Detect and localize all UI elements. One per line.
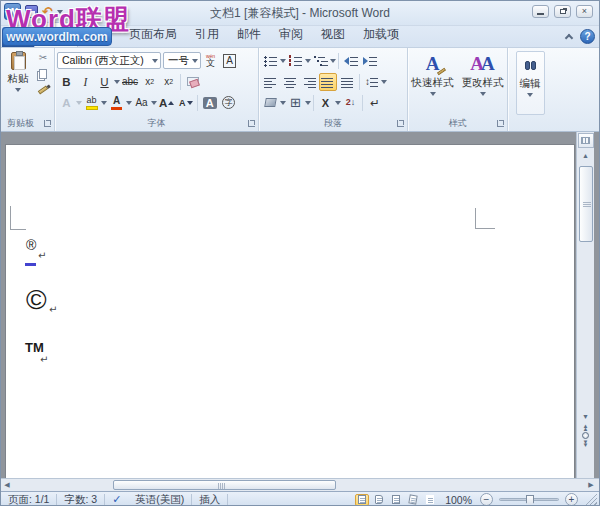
styles-group-label: 样式 [410,116,505,131]
font-color-caret-icon[interactable] [126,101,132,105]
zoom-slider-track[interactable] [499,498,559,501]
close-button[interactable]: × [576,5,593,18]
scroll-down-arrow[interactable]: ▼ [577,410,594,423]
zoom-in-button[interactable]: + [565,493,578,506]
shading-button[interactable] [262,94,279,112]
strikethrough-button[interactable]: abc [121,73,139,91]
tab-view[interactable]: 视图 [312,23,354,47]
page-indicator[interactable]: 页面: 1/1 [1,492,56,506]
subscript-button[interactable]: x2 [141,73,158,91]
previous-page-button[interactable]: ▲▲ [583,425,589,430]
line-spacing-caret-icon[interactable] [381,80,387,84]
help-button[interactable]: ? [580,29,595,44]
vertical-scroll-thumb[interactable] [579,166,593,242]
align-left-button[interactable] [262,73,279,91]
asian-layout-caret-icon[interactable] [335,101,341,105]
zoom-level[interactable]: 100% [440,494,477,506]
borders-caret-icon[interactable] [305,101,311,105]
superscript-button[interactable]: x2 [160,73,177,91]
font-size-combo[interactable]: 一号 [163,52,201,69]
align-right-button[interactable] [300,73,317,91]
enclose-characters-button[interactable]: 字 [220,94,237,112]
text-effects-caret-icon[interactable] [76,101,82,105]
italic-button[interactable]: I [77,73,94,91]
select-browse-object-button[interactable] [582,432,589,439]
phonetic-guide-button[interactable]: wén文 [202,52,219,70]
shrink-font-button[interactable]: A [177,94,194,112]
quick-styles-button[interactable]: A 快速样式 [409,51,457,115]
character-border-button[interactable]: A [221,52,238,70]
borders-button[interactable]: ⊞ [287,94,304,112]
text-effects-button[interactable]: A [58,94,75,112]
highlight-caret-icon[interactable] [101,101,107,105]
font-dialog-launcher[interactable] [248,120,255,127]
font-name-combo[interactable]: Calibri (西文正文) [57,52,161,69]
document-page[interactable] [6,145,574,478]
multilevel-list-button[interactable] [312,52,329,70]
scroll-right-arrow[interactable]: ▶ [585,479,597,491]
underline-button[interactable]: U [96,73,113,91]
change-styles-button[interactable]: AA 更改样式 [459,51,507,115]
restore-button[interactable] [554,5,571,18]
paragraph-dialog-launcher[interactable] [397,120,404,127]
distribute-button[interactable] [339,73,356,91]
horizontal-scroll-thumb[interactable] [113,480,336,490]
view-draft-button[interactable] [423,494,437,506]
format-painter-button[interactable] [35,82,51,97]
change-case-caret-icon[interactable] [151,101,157,105]
tab-references[interactable]: 引用 [186,23,228,47]
tab-mailings[interactable]: 邮件 [228,23,270,47]
sort-button[interactable]: 2↓ [342,94,359,112]
font-color-button[interactable]: A [108,94,125,112]
bold-button[interactable]: B [58,73,75,91]
styles-dialog-launcher[interactable] [497,120,504,127]
numbering-caret-icon[interactable] [305,59,311,63]
tab-addins[interactable]: 加载项 [354,23,408,47]
highlight-button[interactable]: ab [83,94,100,112]
ruler-toggle-button[interactable] [578,133,594,148]
increase-indent-button[interactable] [361,52,378,70]
clear-formatting-button[interactable] [184,73,201,91]
zoom-slider-thumb[interactable] [526,495,534,506]
zoom-out-button[interactable]: − [480,493,493,506]
shading-bucket-icon [264,98,277,107]
word-count[interactable]: 字数: 3 [57,492,104,506]
horizontal-scrollbar[interactable]: ◀ ▶ [1,478,599,491]
grow-font-button[interactable]: A [158,94,175,112]
view-web-layout-button[interactable] [389,494,403,506]
copy-button[interactable] [35,66,51,81]
scroll-left-arrow[interactable]: ◀ [1,479,13,491]
spellcheck-status-icon[interactable]: ✓ [105,492,128,506]
resize-grip[interactable] [585,494,597,506]
view-fullscreen-reading-button[interactable] [372,494,386,506]
justify-button[interactable] [319,73,337,91]
insert-mode-indicator[interactable]: 插入 [192,492,227,506]
cut-button[interactable]: ✂ [35,50,51,65]
view-print-layout-button[interactable] [355,494,369,506]
line-spacing-button[interactable]: ↕ [363,73,380,91]
numbering-button[interactable] [287,52,304,70]
paste-button[interactable]: 粘贴 [3,50,33,116]
decrease-indent-button[interactable] [342,52,359,70]
language-indicator[interactable]: 英语(美国) [128,492,191,506]
clipboard-dialog-launcher[interactable] [44,120,51,127]
shading-caret-icon[interactable] [280,101,286,105]
underline-caret-icon[interactable] [114,80,120,84]
multilevel-caret-icon[interactable] [330,59,336,63]
vertical-scroll-track[interactable] [578,162,594,410]
view-outline-button[interactable] [406,494,420,506]
minimize-ribbon-icon[interactable] [565,34,573,42]
tab-review[interactable]: 审阅 [270,23,312,47]
align-center-button[interactable] [281,73,298,91]
change-case-button[interactable]: Aa [133,94,150,112]
character-shading-button[interactable]: A [201,94,218,112]
bullets-button[interactable] [262,52,279,70]
editing-button[interactable]: 编辑 [516,51,545,115]
bullets-caret-icon[interactable] [280,59,286,63]
minimize-button[interactable] [532,5,549,18]
scroll-up-arrow[interactable]: ▲ [577,149,594,162]
show-hide-marks-button[interactable]: ↵ [366,94,383,112]
asian-layout-button[interactable]: X [317,94,334,112]
next-page-button[interactable]: ▼▼ [583,441,589,446]
vertical-scrollbar: ▲ ▼ ▲▲ ▼▼ [576,132,594,478]
